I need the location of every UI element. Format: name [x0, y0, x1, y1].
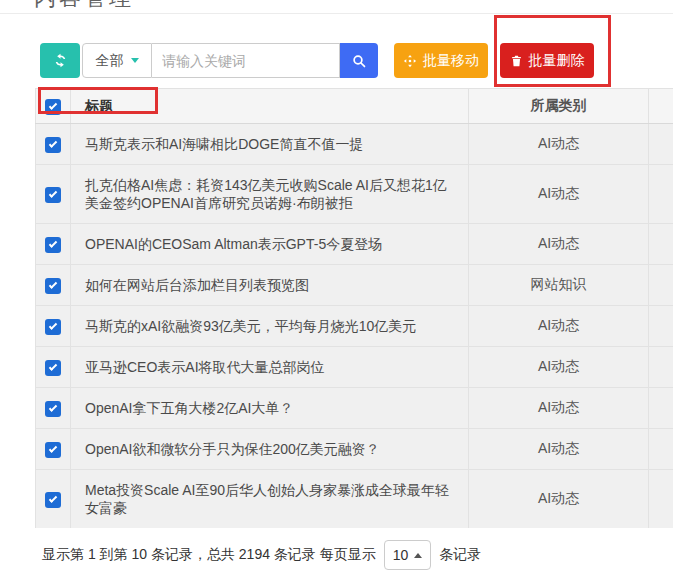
row-extra-cell [649, 470, 673, 529]
batch-move-button[interactable]: 批量移动 [394, 43, 488, 78]
table-row[interactable]: 如何在网站后台添加栏目列表预览图 网站知识 [36, 265, 673, 306]
page-size-dropdown[interactable]: 10 [384, 540, 432, 570]
check-icon [49, 362, 57, 370]
row-checkbox[interactable] [45, 278, 61, 294]
row-checkbox[interactable] [45, 319, 61, 335]
refresh-icon [52, 52, 69, 69]
row-category: 网站知识 [531, 276, 587, 292]
table-header-row: 标题 所属类别 [36, 89, 673, 124]
table-row[interactable]: OpenAI欲和微软分手只为保住200亿美元融资？ AI动态 [36, 429, 673, 470]
row-extra-cell [649, 388, 673, 429]
table-row[interactable]: Meta投资Scale AI至90后华人创始人身家暴涨成全球最年轻女富豪 AI动… [36, 470, 673, 529]
row-category: AI动态 [538, 399, 579, 415]
page-title: 内容管理 [34, 0, 134, 13]
row-category: AI动态 [538, 490, 579, 506]
check-icon [49, 101, 57, 109]
row-checkbox[interactable] [45, 137, 61, 153]
row-extra-cell [649, 265, 673, 306]
row-checkbox[interactable] [45, 401, 61, 417]
column-header-category[interactable]: 所属类别 [469, 89, 649, 124]
title-divider [0, 13, 673, 14]
row-title: 马斯克表示和AI海啸相比DOGE简直不值一提 [85, 136, 363, 152]
check-icon [49, 189, 57, 197]
row-checkbox[interactable] [45, 360, 61, 376]
batch-delete-button[interactable]: 批量删除 [500, 43, 594, 78]
row-title: 马斯克的xAI欲融资93亿美元，平均每月烧光10亿美元 [85, 318, 416, 334]
row-checkbox[interactable] [45, 237, 61, 253]
row-title: 亚马逊CEO表示AI将取代大量总部岗位 [85, 359, 325, 375]
row-extra-cell [649, 429, 673, 470]
pagination-bar: 显示第 1 到第 10 条记录，总共 2194 条记录 每页显示 10 条记录 [42, 538, 481, 572]
batch-delete-label: 批量删除 [529, 52, 585, 70]
search-button[interactable] [340, 43, 378, 78]
check-icon [49, 139, 57, 147]
pagination-records-label: 条记录 [439, 546, 481, 564]
row-category: AI动态 [538, 358, 579, 374]
row-checkbox[interactable] [45, 187, 61, 203]
check-icon [49, 494, 57, 502]
check-icon [49, 321, 57, 329]
select-all-checkbox[interactable] [45, 99, 61, 115]
filter-label: 全部 [96, 52, 124, 70]
row-checkbox[interactable] [45, 442, 61, 458]
records-table: 标题 所属类别 马斯克表示和AI海啸相比DOGE简直不值一提 AI动态 扎克伯格… [35, 88, 673, 528]
row-title: 如何在网站后台添加栏目列表预览图 [85, 277, 309, 293]
check-icon [49, 280, 57, 288]
row-extra-cell [649, 224, 673, 265]
row-category: AI动态 [538, 135, 579, 151]
chevron-down-icon [131, 58, 139, 63]
toolbar: 全部 批量移动 批量删除 [40, 43, 594, 78]
row-checkbox[interactable] [45, 492, 61, 508]
search-icon [351, 53, 367, 69]
move-icon [403, 54, 417, 68]
table-row[interactable]: OPENAI的CEOSam Altman表示GPT-5今夏登场 AI动态 [36, 224, 673, 265]
row-title: OpenAI拿下五角大楼2亿AI大单？ [85, 400, 294, 416]
pagination-summary: 显示第 1 到第 10 条记录，总共 2194 条记录 每页显示 [42, 546, 376, 564]
chevron-up-icon [414, 553, 422, 558]
row-category: AI动态 [538, 185, 579, 201]
table-row[interactable]: 马斯克表示和AI海啸相比DOGE简直不值一提 AI动态 [36, 124, 673, 165]
category-filter-dropdown[interactable]: 全部 [82, 43, 152, 78]
row-extra-cell [649, 306, 673, 347]
column-header-title[interactable]: 标题 [71, 89, 469, 124]
row-title: OpenAI欲和微软分手只为保住200亿美元融资？ [85, 441, 380, 457]
row-title: Meta投资Scale AI至90后华人创始人身家暴涨成全球最年轻女富豪 [85, 482, 449, 516]
row-extra-cell [649, 124, 673, 165]
content-management-page: 内容管理 全部 批量移动 [0, 0, 673, 588]
row-title: 扎克伯格AI焦虑：耗资143亿美元收购Scale AI后又想花1亿美金签约OPE… [85, 177, 447, 211]
table-row[interactable]: 马斯克的xAI欲融资93亿美元，平均每月烧光10亿美元 AI动态 [36, 306, 673, 347]
row-extra-cell [649, 347, 673, 388]
row-category: AI动态 [538, 317, 579, 333]
row-extra-cell [649, 165, 673, 224]
table-row[interactable]: OpenAI拿下五角大楼2亿AI大单？ AI动态 [36, 388, 673, 429]
row-category: AI动态 [538, 440, 579, 456]
check-icon [49, 444, 57, 452]
check-icon [49, 403, 57, 411]
check-icon [49, 239, 57, 247]
table-row[interactable]: 亚马逊CEO表示AI将取代大量总部岗位 AI动态 [36, 347, 673, 388]
page-size-value: 10 [393, 547, 409, 563]
row-category: AI动态 [538, 235, 579, 251]
refresh-button[interactable] [40, 43, 80, 78]
search-input[interactable] [152, 43, 340, 78]
batch-move-label: 批量移动 [423, 52, 479, 70]
trash-icon [510, 54, 523, 68]
column-header-extra [649, 89, 673, 124]
table-row[interactable]: 扎克伯格AI焦虑：耗资143亿美元收购Scale AI后又想花1亿美金签约OPE… [36, 165, 673, 224]
row-title: OPENAI的CEOSam Altman表示GPT-5今夏登场 [85, 236, 382, 252]
